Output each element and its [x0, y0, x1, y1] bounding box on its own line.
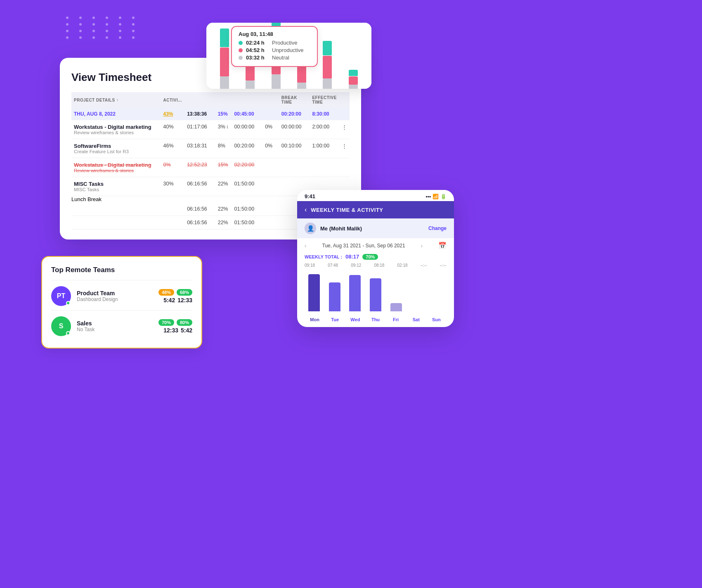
mobile-time: 9:41 — [305, 193, 315, 199]
productive-time: 02:24 h — [246, 40, 269, 46]
chart-card: Aug 03, 11:48 02:24 h Productive 04:52 h… — [206, 23, 371, 89]
mobile-card: 9:41 ▪▪▪ 📶 🔋 ‹ WEEKLY TIME & ACTIVITY 👤 … — [297, 190, 454, 327]
hour-1: 07:48 — [328, 263, 338, 268]
table-row: Workstatus - Digital marketingReview wir… — [71, 120, 350, 139]
table-row: SoftwareFirmsCreate Feature List for R3 … — [71, 139, 350, 158]
bar-group — [342, 69, 365, 89]
wifi-icon: 📶 — [433, 194, 439, 199]
row-more-button[interactable]: ⋮ — [339, 139, 350, 158]
col-break: BREAK TIME — [279, 92, 310, 108]
bar-col-mon — [305, 274, 324, 311]
neutral-label: Neutral — [272, 55, 289, 61]
status-bar: 9:41 ▪▪▪ 📶 🔋 — [297, 190, 454, 201]
col-activity: ACTIVI... — [161, 92, 185, 108]
user-name: Me (Mohit Malik) — [320, 225, 424, 232]
teams-card: Top Remote Teams PT Product Team Dashboa… — [41, 256, 202, 349]
bar-col-tue — [325, 282, 344, 311]
bg-dots — [66, 17, 141, 39]
date-effective: 8:30:00 — [310, 108, 339, 120]
teams-divider — [51, 280, 192, 280]
user-row: 👤 Me (Mohit Malik) Change — [297, 218, 454, 238]
date-nav: ‹ Tue, Aug 31 2021 - Sun, Sep 06 2021 › … — [297, 238, 454, 253]
bar-col-wed — [345, 275, 364, 311]
unproductive-label: Unproductive — [272, 47, 304, 53]
date-row: THU, AUG 8, 2022 43% 13:38:36 15% 00:45:… — [71, 108, 350, 120]
day-sat: Sat — [406, 317, 426, 322]
team-avatar-s: S — [51, 316, 71, 336]
chart-tooltip: Aug 03, 11:48 02:24 h Productive 04:52 h… — [231, 26, 318, 67]
day-sun: Sun — [426, 317, 447, 322]
row-more-button[interactable]: ⋮ — [339, 120, 350, 139]
col-pct2 — [262, 92, 279, 108]
team-row: PT Product Team Dashboard Design 48% 68%… — [51, 286, 192, 306]
team-badges-2: 70% 80% 12:33 5:42 — [158, 319, 192, 334]
signal-icon: ▪▪▪ — [425, 194, 431, 199]
hour-2: 09:12 — [351, 263, 361, 268]
user-icon: 👤 — [305, 223, 316, 234]
table-row-deleted: Workstatus - Digital marketingReview wir… — [71, 158, 350, 177]
prev-week-button[interactable]: ‹ — [305, 242, 307, 249]
teams-divider-2 — [51, 310, 192, 311]
day-fri: Fri — [386, 317, 406, 322]
tooltip-unproductive: 04:52 h Unproductive — [239, 47, 310, 53]
team-badges: 48% 68% 5:42 12:33 — [158, 289, 192, 303]
unproductive-dot — [239, 48, 243, 52]
bar-fri — [390, 303, 402, 311]
neutral-dot — [239, 56, 243, 60]
mobile-days-row: Mon Tue Wed Thu Fri Sat Sun — [297, 315, 454, 327]
tooltip-date: Aug 03, 11:48 — [239, 31, 310, 37]
weekly-total-label: WEEKLY TOTAL : — [305, 254, 342, 259]
date-time1: 13:38:36 — [184, 108, 215, 120]
calendar-icon[interactable]: 📅 — [438, 242, 447, 249]
next-week-button[interactable]: › — [421, 242, 423, 249]
chart-area: Aug 03, 11:48 02:24 h Productive 04:52 h… — [206, 23, 371, 89]
col-time2 — [232, 92, 263, 108]
mobile-header: ‹ WEEKLY TIME & ACTIVITY — [297, 201, 454, 218]
bar-col-thu — [366, 278, 385, 311]
tooltip-neutral: 03:32 h Neutral — [239, 55, 310, 61]
hour-3: 08:18 — [374, 263, 384, 268]
date-pct2: 15% — [215, 108, 232, 120]
date-break: 00:20:00 — [279, 108, 310, 120]
productive-label: Productive — [272, 40, 297, 46]
col-effective: EFFECTIVE TIME — [310, 92, 339, 108]
bar-mon — [308, 274, 320, 311]
online-indicator-2 — [66, 331, 70, 335]
bar-col-fri — [387, 303, 406, 311]
weekly-total-val: 08:17 — [345, 254, 359, 260]
battery-icon: 🔋 — [440, 194, 447, 199]
back-button[interactable]: ‹ — [305, 206, 307, 213]
team-row-2: S Sales No Task 70% 80% 12:33 5:42 — [51, 316, 192, 336]
team-avatar-pt: PT — [51, 286, 71, 306]
date-pct: 43% — [161, 108, 185, 120]
hour-6: --:-- — [440, 263, 447, 268]
date-time2: 00:45:00 — [232, 108, 263, 120]
bar-tue — [329, 282, 340, 311]
unproductive-time: 04:52 h — [246, 47, 269, 53]
hour-5: --:-- — [421, 263, 427, 268]
team-info: Product Team Dashboard Design — [77, 290, 153, 302]
date-label: THU, AUG 8, 2022 — [71, 108, 161, 120]
neutral-time: 03:32 h — [246, 55, 269, 61]
status-icons: ▪▪▪ 📶 🔋 — [425, 194, 447, 199]
mobile-bar-chart — [297, 269, 454, 315]
chart-hours-row: 09:18 07:48 09:12 08:18 02:18 --:-- --:-… — [297, 263, 454, 268]
day-thu: Thu — [365, 317, 385, 322]
change-user-button[interactable]: Change — [428, 225, 447, 231]
teams-title: Top Remote Teams — [51, 266, 192, 274]
team-info-2: Sales No Task — [77, 320, 153, 332]
bar-thu — [370, 278, 381, 311]
day-wed: Wed — [345, 317, 365, 322]
weekly-pct-badge: 70% — [362, 254, 378, 260]
bar-wed — [349, 275, 361, 311]
weekly-total-row: WEEKLY TOTAL : 08:17 70% — [297, 253, 454, 263]
online-indicator — [66, 301, 70, 305]
col-time1 — [184, 92, 215, 108]
date-range: Tue, Aug 31 2021 - Sun, Sep 06 2021 — [322, 243, 405, 249]
hour-0: 09:18 — [305, 263, 315, 268]
day-mon: Mon — [305, 317, 325, 322]
col-project: PROJECT DETAILS ↑ — [71, 92, 161, 108]
col-pct — [215, 92, 232, 108]
tooltip-productive: 02:24 h Productive — [239, 40, 310, 46]
mobile-header-title: WEEKLY TIME & ACTIVITY — [311, 207, 383, 213]
